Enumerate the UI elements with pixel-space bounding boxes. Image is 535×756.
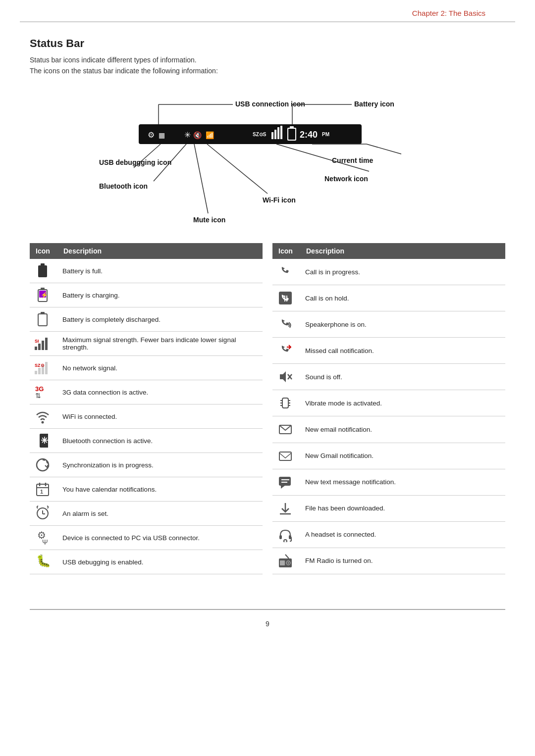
table-row: Vibrate mode is activated. (272, 390, 505, 416)
table-row: Sound is off. (272, 364, 505, 390)
left-table-desc-header: Description (57, 243, 263, 259)
right-icon-table: Icon Description Call is in progress. (272, 243, 505, 574)
svg-rect-9 (277, 127, 279, 139)
intro-text-2: The icons on the status bar indicate the… (30, 67, 505, 75)
svg-text:▦: ▦ (159, 131, 165, 139)
svg-point-100 (288, 562, 289, 563)
no-network-icon: SZ⊙ (35, 360, 51, 376)
svg-rect-85 (279, 452, 291, 460)
svg-text:✳: ✳ (41, 436, 48, 446)
vibrate-desc: Vibrate mode is activated. (300, 390, 505, 416)
svg-rect-7 (271, 132, 273, 139)
icon-cell: SI (30, 332, 57, 356)
svg-rect-48 (35, 371, 37, 374)
svg-rect-46 (45, 338, 48, 350)
table-row: 🐛 USB debugging is enabled. (30, 550, 263, 574)
icon-cell (30, 502, 57, 526)
svg-text:🔇: 🔇 (193, 131, 202, 140)
table-row: 1 You have calendar notifications. (30, 477, 263, 502)
svg-text:SI: SI (35, 339, 39, 344)
tables-section: Icon Description Battery is full. (30, 243, 505, 574)
intro-text-1: Status bar icons indicate different type… (30, 56, 505, 64)
headset-desc: A headset is connected. (300, 521, 505, 548)
icon-cell: ⚡ (30, 283, 57, 307)
svg-text:Mute icon: Mute icon (193, 216, 225, 224)
icon-cell (30, 453, 57, 477)
icon-cell: ✳ (30, 429, 57, 453)
usb-pc-desc: Device is connected to PC via USB connec… (57, 526, 263, 550)
svg-point-94 (284, 540, 287, 542)
svg-text:SZ⊙S: SZ⊙S (253, 132, 267, 137)
icon-cell (30, 259, 57, 283)
call-progress-desc: Call is in progress. (300, 259, 505, 285)
icon-cell (272, 390, 300, 416)
left-table-body: Battery is full. ⚡ (30, 259, 263, 574)
missed-call-desc: Missed call notification. (300, 338, 505, 364)
3g-icon: 3G ⇅ (35, 384, 51, 400)
battery-charging-icon: ⚡ (35, 287, 51, 303)
table-row: ⚙ Ψ Device is connected to PC via USB co… (30, 526, 263, 550)
svg-text:⇅: ⇅ (35, 392, 41, 400)
svg-text:USB debuggging icon: USB debuggging icon (99, 158, 171, 166)
fm-radio-icon (277, 553, 293, 569)
svg-text:1: 1 (40, 489, 43, 495)
sync-icon (35, 457, 51, 473)
svg-rect-36 (41, 263, 45, 266)
table-row: File has been downloaded. (272, 495, 505, 521)
icon-cell: 🐛 (30, 550, 57, 574)
vibrate-icon (277, 395, 293, 411)
svg-text:SZ⊙: SZ⊙ (35, 363, 45, 368)
call-hold-icon (277, 290, 293, 306)
chapter-header: Chapter 2: The Basics (20, 0, 515, 22)
icon-cell (272, 521, 300, 548)
svg-text:Battery icon: Battery icon (354, 100, 394, 108)
missed-call-icon (277, 343, 293, 358)
svg-rect-35 (38, 265, 47, 277)
svg-text:PM: PM (322, 132, 329, 137)
svg-rect-38 (41, 288, 45, 290)
speakerphone-desc: Speakerphone is on. (300, 311, 505, 338)
diagram-container: ⚙ ▦ ✳ 🔇 📶 SZ⊙S 2:40 PM (30, 85, 505, 238)
icon-cell (272, 285, 300, 311)
svg-text:Bluetooth icon: Bluetooth icon (99, 182, 148, 190)
svg-text:2:40: 2:40 (300, 130, 318, 140)
svg-rect-49 (38, 368, 41, 374)
table-row: SZ⊙ No network signal. (30, 356, 263, 380)
icon-cell: ⚙ Ψ (30, 526, 57, 550)
new-gmail-desc: New Gmail notification. (300, 443, 505, 469)
sound-off-icon (277, 369, 293, 385)
headset-icon (277, 527, 293, 543)
icon-cell (272, 338, 300, 364)
icon-cell (272, 259, 300, 285)
usb-debug-desc: USB debugging is enabled. (57, 550, 263, 574)
svg-line-101 (285, 554, 289, 558)
svg-point-55 (42, 421, 44, 424)
svg-text:🐛: 🐛 (36, 554, 50, 568)
wifi-desc: WiFi is connected. (57, 404, 263, 429)
bluetooth-desc: Bluetooth connection is active. (57, 429, 263, 453)
svg-rect-51 (45, 362, 48, 374)
left-table-icon-header: Icon (30, 243, 57, 259)
call-hold-desc: Call is on hold. (300, 285, 505, 311)
table-row: Speakerphone is on. (272, 311, 505, 338)
svg-rect-45 (42, 341, 44, 350)
table-row: ⚡ Battery is charging. (30, 283, 263, 307)
table-row: 3G ⇅ 3G data connection is active. (30, 380, 263, 404)
battery-full-icon (35, 263, 51, 279)
svg-line-27 (207, 144, 268, 194)
downloaded-desc: File has been downloaded. (300, 495, 505, 521)
battery-charging-desc: Battery is charging. (57, 283, 263, 307)
signal-max-desc: Maximum signal strength. Fewer bars indi… (57, 332, 263, 356)
battery-empty-icon (35, 311, 51, 327)
bluetooth-icon: ✳ (35, 433, 51, 449)
speakerphone-icon (277, 316, 293, 332)
table-row: WiFi is connected. (30, 404, 263, 429)
icon-cell (272, 548, 300, 574)
svg-rect-42 (41, 312, 45, 314)
table-row: New email notification. (272, 416, 505, 443)
svg-rect-10 (280, 126, 282, 139)
svg-text:Ψ: Ψ (42, 538, 48, 546)
icon-cell (272, 443, 300, 469)
svg-rect-98 (280, 560, 285, 565)
right-table-body: Call is in progress. (272, 259, 505, 574)
